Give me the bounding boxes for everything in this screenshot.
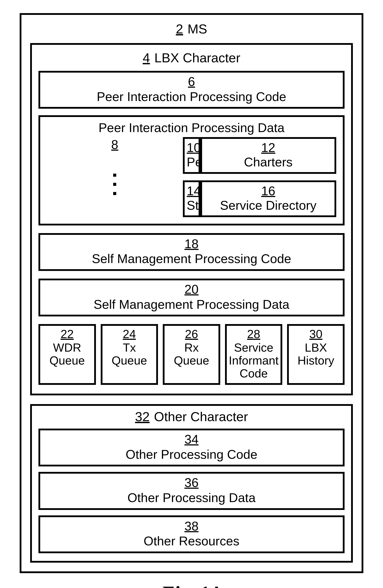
peer-data-title: Peer Interaction Processing Data: [47, 120, 336, 135]
lbx-history-num: 30: [290, 328, 342, 340]
self-data-box: 20 Self Management Processing Data: [38, 279, 345, 316]
lbx-character-container: 4 LBX Character 6 Peer Interaction Proce…: [30, 43, 353, 395]
ms-num: 2: [176, 21, 183, 37]
charters-box: 12 Charters: [200, 137, 336, 174]
statistics-num: 14: [187, 184, 196, 198]
rx-queue-box: 26 Rx Queue: [163, 324, 220, 385]
ms-label: MS: [188, 21, 207, 37]
service-directory-num: 16: [204, 184, 332, 198]
self-data-label: Self Management Processing Data: [94, 297, 289, 311]
other-data-label: Other Processing Data: [127, 490, 256, 505]
other-character-label: Other Character: [154, 409, 248, 424]
statistics-box: 14 Statistics: [183, 180, 200, 217]
self-code-box: 18 Self Management Processing Code: [38, 233, 345, 271]
lbx-num: 4: [143, 50, 150, 65]
peer-data-grid: 10 Permissions 8: [47, 137, 336, 217]
other-character-stack: 34 Other Processing Code 36 Other Proces…: [38, 429, 345, 553]
tx-queue-num: 24: [104, 328, 155, 340]
other-character-container: 32 Other Character 34 Other Processing C…: [30, 404, 353, 563]
peer-data-num: 8: [111, 137, 118, 151]
rx-queue-num: 26: [166, 328, 217, 340]
lbx-title: 4 LBX Character: [38, 50, 345, 65]
permissions-num: 10: [187, 141, 196, 155]
service-informant-label: Service Informant Code: [228, 341, 279, 380]
service-directory-label: Service Directory: [220, 198, 317, 212]
tx-queue-box: 24 Tx Queue: [101, 324, 158, 385]
other-data-num: 36: [42, 475, 341, 490]
other-resources-label: Other Resources: [144, 534, 239, 548]
peer-code-box: 6 Peer Interaction Processing Code: [38, 71, 345, 109]
service-informant-num: 28: [228, 328, 279, 340]
figure-caption: Fig. 1A: [20, 582, 363, 588]
wdr-queue-num: 22: [41, 328, 93, 340]
other-resources-box: 38 Other Resources: [38, 515, 345, 553]
other-code-box: 34 Other Processing Code: [38, 429, 345, 466]
other-character-title: 32 Other Character: [38, 409, 345, 424]
charters-num: 12: [204, 141, 332, 155]
lbx-history-box: 30 LBX History: [287, 324, 345, 385]
vertical-ellipsis-icon: [113, 174, 116, 195]
peer-data-middle: 8: [47, 137, 183, 217]
other-code-num: 34: [42, 432, 341, 447]
peer-data-num-wrapper: 8: [111, 137, 118, 152]
lbx-label: LBX Character: [154, 50, 240, 65]
self-code-num: 18: [42, 237, 341, 251]
rx-queue-label: Rx Queue: [166, 341, 217, 367]
other-code-label: Other Processing Code: [126, 447, 257, 462]
other-character-num: 32: [135, 409, 150, 424]
page: 2 MS 4 LBX Character 6 Peer Interaction …: [0, 0, 383, 588]
peer-code-num: 6: [42, 74, 341, 89]
self-data-num: 20: [42, 282, 341, 297]
peer-code-label: Peer Interaction Processing Code: [97, 89, 286, 104]
lbx-history-label: LBX History: [290, 341, 342, 367]
peer-data-container: Peer Interaction Processing Data 10 Perm…: [38, 115, 345, 225]
charters-label: Charters: [244, 155, 292, 169]
other-resources-num: 38: [42, 519, 341, 534]
ms-container: 2 MS 4 LBX Character 6 Peer Interaction …: [20, 13, 363, 573]
wdr-queue-box: 22 WDR Queue: [38, 324, 96, 385]
wdr-queue-label: WDR Queue: [41, 341, 93, 367]
self-code-label: Self Management Processing Code: [92, 252, 291, 266]
queues-row: 22 WDR Queue 24 Tx Queue 26 Rx Queue 28 …: [38, 324, 345, 385]
tx-queue-label: Tx Queue: [104, 341, 155, 367]
service-informant-box: 28 Service Informant Code: [225, 324, 283, 385]
ms-title: 2 MS: [30, 21, 353, 37]
service-directory-box: 16 Service Directory: [200, 180, 336, 217]
other-data-box: 36 Other Processing Data: [38, 472, 345, 510]
permissions-box: 10 Permissions: [183, 137, 200, 174]
